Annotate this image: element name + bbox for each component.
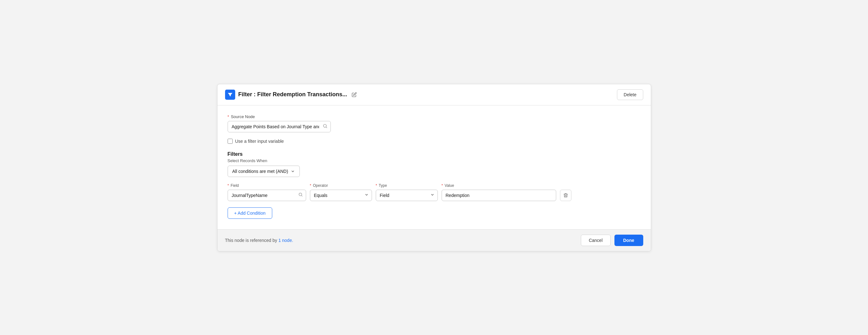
footer-info-text: This node is referenced by — [225, 238, 279, 243]
condition-dropdown-value: All conditions are met (AND) — [232, 169, 288, 174]
operator-select[interactable]: Equals Not Equals Contains Greater Than … — [310, 190, 372, 201]
filter-variable-label: Use a filter input variable — [235, 139, 284, 144]
panel-body: * Source Node Use a filter input variabl… — [217, 105, 651, 229]
filter-panel: Filter : Filter Redemption Transactions.… — [217, 84, 651, 251]
condition-dropdown[interactable]: All conditions are met (AND) — [227, 165, 300, 177]
add-condition-button[interactable]: + Add Condition — [227, 207, 272, 219]
footer-info: This node is referenced by 1 node. — [225, 238, 293, 243]
field-col-label: * Field — [227, 183, 306, 188]
edit-title-button[interactable] — [350, 91, 358, 98]
header-left: Filter : Filter Redemption Transactions.… — [225, 90, 358, 100]
field-input[interactable] — [227, 190, 306, 201]
filter-variable-checkbox[interactable] — [227, 139, 233, 144]
chevron-down-icon — [290, 169, 295, 174]
filter-variable-row: Use a filter input variable — [227, 139, 641, 144]
source-node-label: * Source Node — [227, 114, 641, 119]
panel-header: Filter : Filter Redemption Transactions.… — [217, 84, 651, 105]
value-col-label: * Value — [442, 183, 556, 188]
pencil-icon — [352, 92, 357, 97]
node-reference-link[interactable]: 1 node. — [278, 238, 293, 243]
field-input-wrap — [227, 190, 306, 201]
delete-row-button[interactable] — [560, 190, 571, 201]
type-select-wrap: Field Value Formula — [376, 190, 438, 201]
type-col-label: * Type — [376, 183, 438, 188]
filter-icon-box — [225, 90, 235, 100]
funnel-icon — [227, 92, 233, 97]
value-input-wrap — [442, 190, 556, 201]
filter-row-headers: * Field * Operator * Type * Value — [227, 183, 641, 188]
operator-col-label: * Operator — [310, 183, 372, 188]
source-node-input[interactable] — [227, 121, 331, 132]
operator-select-wrap: Equals Not Equals Contains Greater Than … — [310, 190, 372, 201]
footer-actions: Cancel Done — [581, 235, 643, 246]
source-node-group: * Source Node — [227, 114, 641, 132]
panel-footer: This node is referenced by 1 node. Cance… — [217, 229, 651, 251]
delete-button[interactable]: Delete — [617, 89, 643, 100]
select-records-label: Select Records When — [227, 158, 641, 163]
add-condition-label: + Add Condition — [234, 211, 266, 216]
filters-section: Filters Select Records When All conditio… — [227, 151, 641, 219]
source-input-wrap — [227, 121, 331, 132]
required-star: * — [227, 114, 229, 119]
value-input[interactable] — [442, 190, 556, 201]
filters-title: Filters — [227, 151, 641, 157]
cancel-button[interactable]: Cancel — [581, 235, 611, 246]
panel-title: Filter : Filter Redemption Transactions.… — [238, 91, 347, 98]
trash-icon — [563, 193, 568, 198]
filter-row: Equals Not Equals Contains Greater Than … — [227, 190, 641, 201]
type-select[interactable]: Field Value Formula — [376, 190, 438, 201]
done-button[interactable]: Done — [614, 235, 643, 246]
